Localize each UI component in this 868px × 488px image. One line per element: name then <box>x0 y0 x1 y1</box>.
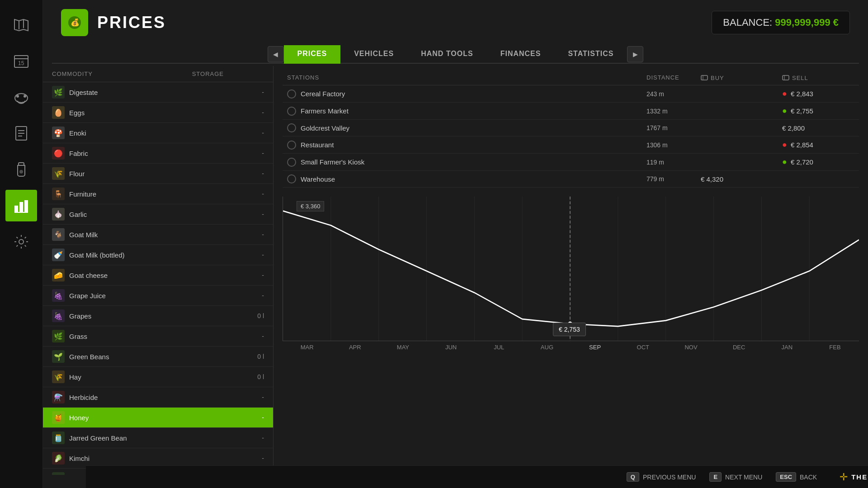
station-name: Restaurant <box>301 141 646 149</box>
commodity-row[interactable]: 🔴Fabric- <box>43 143 273 164</box>
commodity-storage: - <box>246 292 264 299</box>
back-label: BACK <box>800 474 817 481</box>
commodity-row[interactable]: 🌱Green Beans0 l <box>43 347 273 367</box>
commodity-list[interactable]: COMMODITY STORAGE 🌿Digestate-🥚Eggs-🍄Enok… <box>43 66 274 475</box>
commodity-row[interactable]: ⚗️Herbicide- <box>43 387 273 408</box>
commodity-row[interactable]: 🫙Jarred Green Bean- <box>43 428 273 448</box>
e-key: E <box>709 472 722 482</box>
brand-name: THEGAMER <box>851 473 868 481</box>
sidebar-icon-map[interactable] <box>5 9 37 41</box>
month-aug: AUG <box>523 344 571 351</box>
commodity-storage: - <box>246 272 264 279</box>
commodity-name: Grape Juice <box>69 292 246 300</box>
commodity-row[interactable]: 🥚Eggs- <box>43 103 273 123</box>
commodity-row[interactable]: 🧀Goat cheese- <box>43 265 273 286</box>
commodity-storage: - <box>246 251 264 258</box>
commodity-icon: 🫙 <box>52 432 65 444</box>
next-menu-key[interactable]: E NEXT MENU <box>709 472 762 482</box>
commodity-storage: - <box>246 129 264 136</box>
previous-menu-key[interactable]: Q PREVIOUS MENU <box>627 472 696 482</box>
tab-prices[interactable]: PRICES <box>284 45 341 64</box>
sell-price-value: € 2,755 <box>791 107 813 115</box>
commodity-icon: 🌱 <box>52 350 65 363</box>
next-menu-label: NEXT MENU <box>725 474 762 481</box>
commodity-row[interactable]: 🍄Enoki- <box>43 123 273 143</box>
station-row[interactable]: Goldcrest Valley1767 m€ 2,800 <box>283 120 859 136</box>
station-icon <box>287 158 296 167</box>
balance-label: BALANCE: <box>723 17 772 28</box>
page-title: PRICES <box>97 13 166 32</box>
commodity-row[interactable]: 🍯Honey- <box>43 408 273 428</box>
commodity-row[interactable]: 🧄Garlic- <box>43 204 273 225</box>
commodity-storage: 0 l <box>246 373 264 380</box>
commodity-icon: 🌿 <box>52 86 65 99</box>
commodity-icon: 🍼 <box>52 249 65 261</box>
station-row[interactable]: Small Farmer's Kiosk119 m●€ 2,720 <box>283 154 859 171</box>
svg-rect-12 <box>14 206 18 212</box>
commodity-row[interactable]: 🍼Goat Milk (bottled)- <box>43 245 273 265</box>
station-name: Farmers Market <box>301 107 646 115</box>
back-key[interactable]: ESC BACK <box>776 472 817 482</box>
thegamer-logo: ✛ THEGAMER <box>840 471 868 483</box>
column-headers: COMMODITY STORAGE <box>43 66 273 82</box>
svg-point-11 <box>19 170 23 174</box>
commodity-icon: 🌾 <box>52 371 65 383</box>
sidebar-icon-calendar[interactable]: 15 <box>5 45 37 77</box>
stations-column-headers: STATIONS DISTANCE BUY SELL <box>283 70 859 85</box>
commodity-name: Hay <box>69 373 246 381</box>
commodity-row[interactable]: 🌾Flour- <box>43 164 273 184</box>
commodity-row[interactable]: 🌿Grass- <box>43 326 273 347</box>
commodity-row[interactable]: 🌿Digestate- <box>43 82 273 103</box>
commodity-row[interactable]: 🍇Grape Juice- <box>43 286 273 306</box>
commodity-row[interactable]: 🐐Goat Milk- <box>43 225 273 245</box>
commodity-name: Honey <box>69 414 246 422</box>
commodity-storage: - <box>246 231 264 238</box>
commodity-icon: 🥚 <box>52 106 65 119</box>
tab-finances[interactable]: FINANCES <box>487 45 555 64</box>
station-row[interactable]: Restaurant1306 m●€ 2,854 <box>283 136 859 154</box>
sidebar-icon-chart[interactable] <box>5 190 37 221</box>
station-row[interactable]: Cereal Factory243 m●€ 2,843 <box>283 85 859 103</box>
month-apr: APR <box>331 344 379 351</box>
sell-price-value: € 2,720 <box>791 158 813 166</box>
sidebar-icon-settings[interactable] <box>5 226 37 258</box>
chart-area: € 3,360 <box>274 192 868 475</box>
commodity-icon: 🥬 <box>52 452 65 465</box>
station-sell-price: € 2,800 <box>782 124 854 132</box>
col-commodity-header: COMMODITY <box>52 70 179 77</box>
station-row[interactable]: Farmers Market1332 m●€ 2,755 <box>283 103 859 120</box>
commodity-storage: - <box>246 333 264 340</box>
month-mar: MAR <box>283 344 331 351</box>
col-storage-header: STORAGE <box>179 70 224 77</box>
commodity-row[interactable]: 🌾Hay0 l <box>43 367 273 387</box>
station-sell-price: ●€ 2,720 <box>782 157 854 167</box>
month-nov: NOV <box>667 344 715 351</box>
sidebar-icon-notes[interactable] <box>5 117 37 149</box>
month-jul: JUL <box>475 344 523 351</box>
commodity-icon: 🍇 <box>52 310 65 322</box>
station-distance: 243 m <box>646 90 701 98</box>
content-area: COMMODITY STORAGE 🌿Digestate-🥚Eggs-🍄Enok… <box>43 66 868 475</box>
sidebar-icon-farm[interactable] <box>5 81 37 113</box>
sidebar-icon-bottle[interactable] <box>5 154 37 185</box>
right-panel: STATIONS DISTANCE BUY SELL Cereal Factor… <box>274 66 868 475</box>
tab-statistics[interactable]: STATISTICS <box>554 45 627 64</box>
sell-price-value: € 2,854 <box>791 141 813 149</box>
esc-key: ESC <box>776 472 796 482</box>
nav-prev-button[interactable]: ◀ <box>268 46 284 62</box>
commodity-icon: 🧀 <box>52 269 65 282</box>
tab-hand-tools[interactable]: HAND TOOLS <box>407 45 486 64</box>
station-name: Warehouse <box>301 175 646 183</box>
commodity-storage: - <box>246 211 264 218</box>
title-area: 💰 PRICES <box>61 9 166 36</box>
commodity-row[interactable]: 🍇Grapes0 l <box>43 306 273 326</box>
station-buy-price: € 4,320 <box>701 175 782 183</box>
station-row[interactable]: Warehouse779 m€ 4,320 <box>283 171 859 188</box>
commodity-name: Enoki <box>69 129 246 137</box>
station-name: Goldcrest Valley <box>301 124 646 132</box>
header: 💰 PRICES BALANCE: 999,999,999 € <box>43 0 868 41</box>
tab-vehicles[interactable]: VEHICLES <box>340 45 407 64</box>
nav-next-button[interactable]: ▶ <box>627 46 643 62</box>
commodity-row[interactable]: 🪑Furniture- <box>43 184 273 204</box>
month-oct: OCT <box>619 344 667 351</box>
